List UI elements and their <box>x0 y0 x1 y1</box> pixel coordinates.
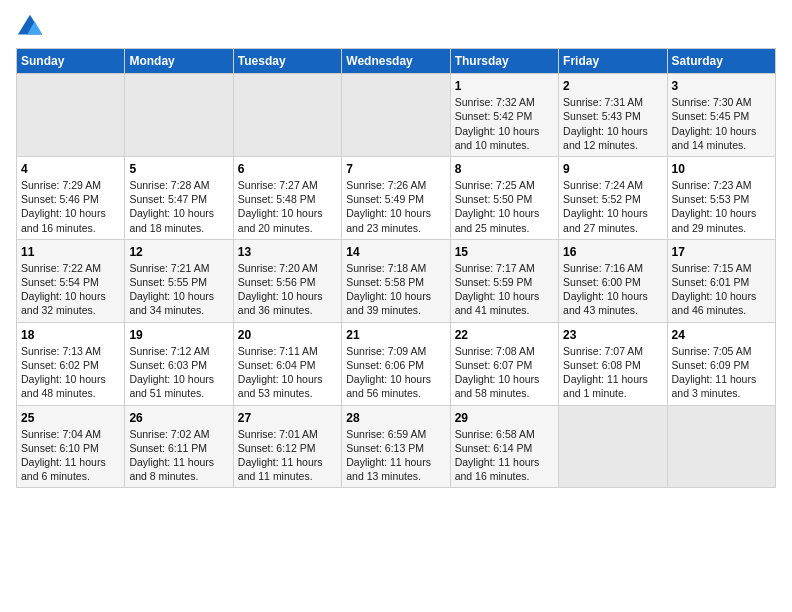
day-info: Daylight: 10 hours <box>563 289 662 303</box>
day-info: Sunset: 6:00 PM <box>563 275 662 289</box>
day-number: 25 <box>21 410 120 426</box>
day-info: and 12 minutes. <box>563 138 662 152</box>
day-info: Sunset: 5:52 PM <box>563 192 662 206</box>
day-info: Sunset: 5:49 PM <box>346 192 445 206</box>
day-number: 21 <box>346 327 445 343</box>
calendar-cell <box>17 74 125 157</box>
day-number: 19 <box>129 327 228 343</box>
day-number: 24 <box>672 327 771 343</box>
day-info: Sunset: 5:50 PM <box>455 192 554 206</box>
day-number: 6 <box>238 161 337 177</box>
calendar-table: SundayMondayTuesdayWednesdayThursdayFrid… <box>16 48 776 488</box>
day-info: Sunset: 6:09 PM <box>672 358 771 372</box>
calendar-cell: 27Sunrise: 7:01 AMSunset: 6:12 PMDayligh… <box>233 405 341 488</box>
day-info: and 14 minutes. <box>672 138 771 152</box>
calendar-cell: 13Sunrise: 7:20 AMSunset: 5:56 PMDayligh… <box>233 239 341 322</box>
header-day-monday: Monday <box>125 49 233 74</box>
day-info: Sunrise: 7:04 AM <box>21 427 120 441</box>
day-info: Daylight: 10 hours <box>346 206 445 220</box>
day-info: Daylight: 10 hours <box>672 206 771 220</box>
day-info: and 20 minutes. <box>238 221 337 235</box>
day-info: and 16 minutes. <box>455 469 554 483</box>
day-number: 5 <box>129 161 228 177</box>
day-number: 13 <box>238 244 337 260</box>
calendar-cell: 28Sunrise: 6:59 AMSunset: 6:13 PMDayligh… <box>342 405 450 488</box>
calendar-cell <box>125 74 233 157</box>
day-info: Sunrise: 7:08 AM <box>455 344 554 358</box>
calendar-cell: 17Sunrise: 7:15 AMSunset: 6:01 PMDayligh… <box>667 239 775 322</box>
calendar-cell <box>667 405 775 488</box>
calendar-cell: 2Sunrise: 7:31 AMSunset: 5:43 PMDaylight… <box>559 74 667 157</box>
day-info: Daylight: 11 hours <box>129 455 228 469</box>
day-number: 11 <box>21 244 120 260</box>
day-info: and 53 minutes. <box>238 386 337 400</box>
day-info: and 41 minutes. <box>455 303 554 317</box>
calendar-cell: 5Sunrise: 7:28 AMSunset: 5:47 PMDaylight… <box>125 156 233 239</box>
day-info: and 18 minutes. <box>129 221 228 235</box>
day-info: Daylight: 10 hours <box>672 124 771 138</box>
day-info: Daylight: 10 hours <box>346 289 445 303</box>
week-row-2: 11Sunrise: 7:22 AMSunset: 5:54 PMDayligh… <box>17 239 776 322</box>
day-number: 12 <box>129 244 228 260</box>
day-info: Sunrise: 7:12 AM <box>129 344 228 358</box>
day-info: Sunrise: 7:32 AM <box>455 95 554 109</box>
day-number: 23 <box>563 327 662 343</box>
day-info: Sunrise: 7:11 AM <box>238 344 337 358</box>
day-number: 18 <box>21 327 120 343</box>
header-day-sunday: Sunday <box>17 49 125 74</box>
day-info: Daylight: 10 hours <box>129 289 228 303</box>
day-info: Sunrise: 7:20 AM <box>238 261 337 275</box>
day-info: Sunset: 5:48 PM <box>238 192 337 206</box>
header-day-friday: Friday <box>559 49 667 74</box>
day-info: Daylight: 10 hours <box>238 372 337 386</box>
day-info: Sunrise: 7:13 AM <box>21 344 120 358</box>
page: SundayMondayTuesdayWednesdayThursdayFrid… <box>0 0 792 496</box>
calendar-header: SundayMondayTuesdayWednesdayThursdayFrid… <box>17 49 776 74</box>
day-info: and 13 minutes. <box>346 469 445 483</box>
day-info: and 11 minutes. <box>238 469 337 483</box>
header-day-tuesday: Tuesday <box>233 49 341 74</box>
day-info: Sunrise: 7:24 AM <box>563 178 662 192</box>
day-info: Sunset: 5:58 PM <box>346 275 445 289</box>
day-info: Sunset: 5:46 PM <box>21 192 120 206</box>
day-info: Sunrise: 7:22 AM <box>21 261 120 275</box>
day-info: Daylight: 10 hours <box>455 124 554 138</box>
calendar-cell: 14Sunrise: 7:18 AMSunset: 5:58 PMDayligh… <box>342 239 450 322</box>
calendar-cell: 15Sunrise: 7:17 AMSunset: 5:59 PMDayligh… <box>450 239 558 322</box>
calendar-cell: 24Sunrise: 7:05 AMSunset: 6:09 PMDayligh… <box>667 322 775 405</box>
day-info: and 6 minutes. <box>21 469 120 483</box>
calendar-cell: 22Sunrise: 7:08 AMSunset: 6:07 PMDayligh… <box>450 322 558 405</box>
week-row-0: 1Sunrise: 7:32 AMSunset: 5:42 PMDaylight… <box>17 74 776 157</box>
day-info: Sunset: 6:06 PM <box>346 358 445 372</box>
day-info: Sunrise: 7:05 AM <box>672 344 771 358</box>
day-number: 2 <box>563 78 662 94</box>
calendar-cell: 19Sunrise: 7:12 AMSunset: 6:03 PMDayligh… <box>125 322 233 405</box>
day-info: Sunset: 6:07 PM <box>455 358 554 372</box>
day-info: and 29 minutes. <box>672 221 771 235</box>
day-info: Sunset: 5:54 PM <box>21 275 120 289</box>
day-info: Sunset: 6:13 PM <box>346 441 445 455</box>
calendar-cell: 8Sunrise: 7:25 AMSunset: 5:50 PMDaylight… <box>450 156 558 239</box>
day-info: Sunrise: 7:21 AM <box>129 261 228 275</box>
day-info: and 1 minute. <box>563 386 662 400</box>
logo <box>16 12 48 40</box>
day-info: Sunrise: 7:25 AM <box>455 178 554 192</box>
calendar-cell: 7Sunrise: 7:26 AMSunset: 5:49 PMDaylight… <box>342 156 450 239</box>
day-info: Daylight: 10 hours <box>455 206 554 220</box>
day-number: 8 <box>455 161 554 177</box>
calendar-cell: 10Sunrise: 7:23 AMSunset: 5:53 PMDayligh… <box>667 156 775 239</box>
day-info: Sunset: 5:43 PM <box>563 109 662 123</box>
day-info: Sunset: 5:45 PM <box>672 109 771 123</box>
day-info: Sunrise: 7:27 AM <box>238 178 337 192</box>
day-info: Daylight: 10 hours <box>672 289 771 303</box>
day-info: and 36 minutes. <box>238 303 337 317</box>
day-number: 14 <box>346 244 445 260</box>
day-info: and 25 minutes. <box>455 221 554 235</box>
day-info: and 32 minutes. <box>21 303 120 317</box>
day-info: and 46 minutes. <box>672 303 771 317</box>
calendar-cell: 29Sunrise: 6:58 AMSunset: 6:14 PMDayligh… <box>450 405 558 488</box>
day-info: Daylight: 11 hours <box>21 455 120 469</box>
calendar-cell: 3Sunrise: 7:30 AMSunset: 5:45 PMDaylight… <box>667 74 775 157</box>
day-info: Sunrise: 7:17 AM <box>455 261 554 275</box>
day-info: Sunset: 6:08 PM <box>563 358 662 372</box>
